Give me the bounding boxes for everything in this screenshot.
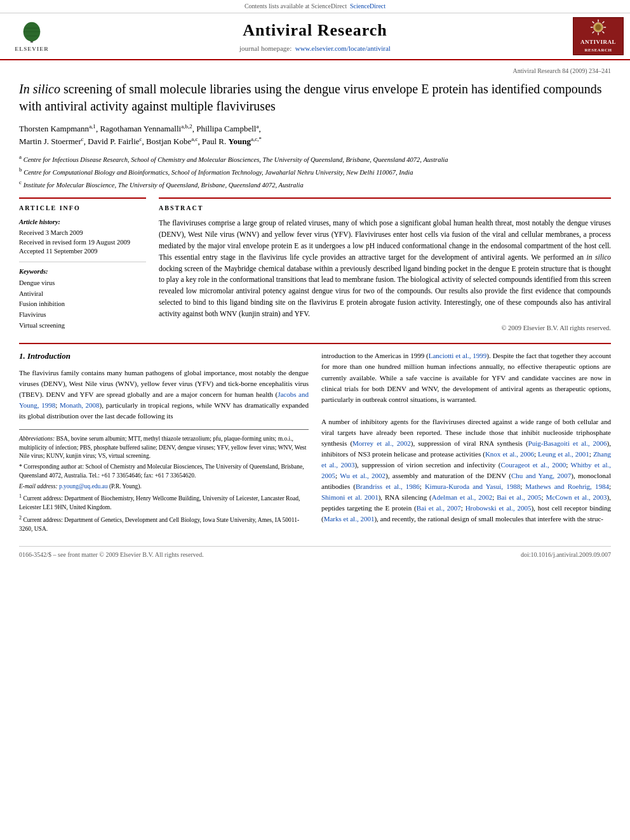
logo-title-line1: ANTIVIRAL	[580, 38, 616, 46]
article-info-heading: ARTICLE INFO	[19, 204, 146, 213]
ref-bai2007[interactable]: Bai et al., 2007	[417, 504, 461, 512]
intro-paragraph-3: A number of inhibitory agents for the fl…	[321, 417, 611, 524]
ref-kimura[interactable]: Kimura-Kuroda and Yasui, 1988	[425, 483, 520, 490]
title-rest: screening of small molecule libraries us…	[19, 82, 602, 113]
ref-brandriss[interactable]: Brandriss et al., 1986	[356, 483, 420, 490]
keywords-list: Dengue virus Antiviral Fusion inhibition…	[19, 278, 146, 331]
intro-paragraph-1: The flavivirus family contains many huma…	[19, 368, 309, 422]
copyright-line: © 2009 Elsevier B.V. All rights reserved…	[159, 324, 611, 333]
ref-mccown[interactable]: McCown et al., 2003	[546, 493, 607, 501]
article-info-column: ARTICLE INFO Article history: Received 3…	[19, 197, 146, 333]
journal-logo-right: ANTIVIRAL RESEARCH	[573, 17, 624, 55]
footnote-corresponding: * Corresponding author at: School of Che…	[19, 463, 309, 481]
svg-line-14	[603, 22, 605, 23]
keyword-2: Antiviral	[19, 289, 146, 300]
volume-info: Antiviral Research 84 (2009) 234–241	[19, 67, 611, 76]
keyword-1: Dengue virus	[19, 278, 146, 289]
svg-line-11	[593, 22, 594, 23]
footnote-1: 1 Current address: Department of Biochem…	[19, 493, 309, 512]
abstract-column: ABSTRACT The flaviviruses comprise a lar…	[159, 197, 611, 333]
journal-banner: ELSEVIER Antiviral Research journal home…	[0, 13, 630, 59]
homepage-url[interactable]: www.elsevier.com/locate/antiviral	[295, 44, 391, 52]
content-area: Antiviral Research 84 (2009) 234–241 In …	[0, 60, 630, 572]
svg-point-6	[595, 25, 601, 30]
authors-line: Thorsten Kampmanna,1, Ragothaman Yennama…	[19, 123, 611, 148]
journal-title-center: Antiviral Research journal homepage: www…	[57, 19, 573, 53]
elsevier-tree-icon	[13, 20, 51, 44]
author-young: Young	[229, 137, 251, 146]
keywords-label: Keywords:	[19, 267, 146, 277]
svg-line-12	[603, 32, 605, 34]
ref-lanciotti[interactable]: Lanciotti et al., 1999	[429, 352, 487, 359]
issn-text: 0166-3542/$ – see front matter © 2009 El…	[19, 550, 204, 559]
article-title: In silico screening of small molecule li…	[19, 81, 611, 115]
doi-text: doi:10.1016/j.antiviral.2009.09.007	[521, 550, 611, 559]
ref-morrey[interactable]: Morrey et al., 2002	[352, 439, 411, 447]
ref-hrobowski[interactable]: Hrobowski et al., 2005	[466, 504, 532, 512]
journal-top-bar: Contents lists available at ScienceDirec…	[0, 0, 630, 13]
ref-marks[interactable]: Marks et al., 2001	[324, 515, 375, 523]
footnote-2: 2 Current address: Department of Genetic…	[19, 514, 309, 534]
keyword-3: Fusion inhibition	[19, 299, 146, 310]
footnote-abbreviations: Abbreviations: BSA, bovine serum albumin…	[19, 435, 309, 461]
ref-knox[interactable]: Knox et al., 2006	[485, 450, 534, 458]
email-link[interactable]: p.young@uq.edu.au	[59, 483, 108, 490]
abstract-heading: ABSTRACT	[159, 204, 611, 213]
contents-label: Contents lists available at ScienceDirec…	[245, 3, 347, 10]
virus-icon	[589, 18, 607, 36]
affiliations: a Centre for Infectious Disease Research…	[19, 153, 611, 190]
body-right-column: introduction to the Americas in 1999 (La…	[321, 344, 611, 535]
abstract-text: The flaviviruses comprise a large group …	[159, 218, 611, 319]
body-left-column: 1. Introduction The flavivirus family co…	[19, 344, 309, 535]
homepage-label: journal homepage:	[239, 44, 292, 52]
affiliation-a: a Centre for Infectious Disease Research…	[19, 153, 611, 164]
history-label: Article history:	[19, 218, 146, 227]
ref-courageot[interactable]: Courageot et al., 2000	[500, 461, 566, 469]
affiliation-c: c Institute for Molecular Bioscience, Th…	[19, 178, 611, 190]
elsevier-text: ELSEVIER	[15, 45, 49, 53]
ref-shimoni[interactable]: Shimoni et al. 2001	[321, 493, 379, 501]
svg-line-13	[593, 32, 594, 34]
received-date: Received 3 March 2009	[19, 229, 146, 238]
logo-title-line2: RESEARCH	[585, 48, 612, 54]
footnote-area: Abbreviations: BSA, bovine serum albumin…	[19, 429, 309, 534]
ref-monath[interactable]: Monath, 2008	[60, 401, 100, 409]
intro-section-title: 1. Introduction	[19, 350, 309, 362]
title-italic: In silico	[19, 82, 60, 96]
ref-chu[interactable]: Chu and Yang, 2007	[511, 472, 571, 479]
ref-puig[interactable]: Puig-Basagoiti et al., 2006	[528, 439, 607, 447]
journal-homepage: journal homepage: www.elsevier.com/locat…	[57, 44, 573, 53]
ref-bai2005[interactable]: Bai et al., 2005	[497, 493, 541, 501]
bottom-bar: 0166-3542/$ – see front matter © 2009 El…	[19, 546, 611, 559]
revised-date: Received in revised form 19 August 2009	[19, 238, 146, 248]
journal-header: Contents lists available at ScienceDirec…	[0, 0, 630, 60]
intro-paragraph-2: introduction to the Americas in 1999 (La…	[321, 350, 611, 404]
ref-wu[interactable]: Wu et al., 2002	[340, 472, 385, 479]
keyword-5: Virtual screening	[19, 321, 146, 331]
affiliation-b: b Centre for Computational Biology and B…	[19, 166, 611, 177]
accepted-date: Accepted 11 September 2009	[19, 247, 146, 257]
body-content: 1. Introduction The flavivirus family co…	[19, 343, 611, 535]
divider-1	[19, 262, 146, 262]
elsevier-logo: ELSEVIER	[6, 19, 57, 54]
ref-adelman[interactable]: Adelman et al., 2002	[432, 493, 492, 501]
journal-title: Antiviral Research	[57, 19, 573, 42]
ref-leung[interactable]: Leung et al., 2001	[538, 450, 589, 458]
keyword-4: Flavivirus	[19, 310, 146, 321]
sciencedirect-link[interactable]: ScienceDirect	[350, 3, 385, 10]
article-info-abstract: ARTICLE INFO Article history: Received 3…	[19, 197, 611, 333]
footnote-email: E-mail address: p.young@uq.edu.au (P.R. …	[19, 483, 309, 491]
ref-mathews[interactable]: Mathews and Roehrig, 1984	[525, 483, 609, 490]
